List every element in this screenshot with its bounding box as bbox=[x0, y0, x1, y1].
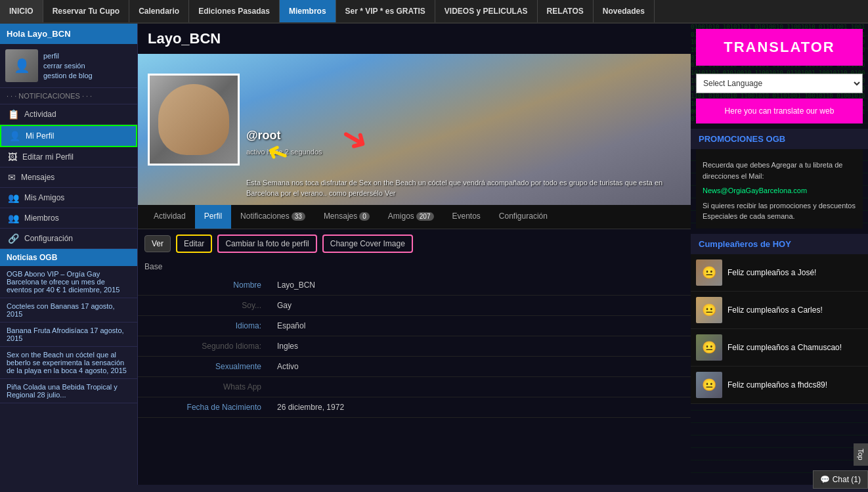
sidebar-perfil-link[interactable]: perfil bbox=[43, 52, 93, 60]
nav-novedades[interactable]: Novedades bbox=[594, 0, 655, 22]
bday-avatar-carles: 😐 bbox=[696, 297, 722, 323]
fecha-label: Fecha de Nacimiento bbox=[138, 397, 269, 418]
translator-header: TRANSLATOR bbox=[696, 29, 863, 66]
sidebar-item-label: Mi Perfil bbox=[26, 131, 54, 141]
table-row: Segundo Idioma: Ingles bbox=[138, 336, 691, 357]
sidebar-item-label: Mensajes bbox=[21, 173, 54, 182]
avatar[interactable]: 👤 bbox=[5, 49, 38, 82]
top-navigation: INICIO Reservar Tu Cupo Calendario Edici… bbox=[0, 0, 868, 24]
main-content: Layo_BCN @root activo hace 2 segundos Es… bbox=[138, 24, 691, 485]
nav-inicio[interactable]: INICIO bbox=[0, 0, 43, 22]
cover-area: @root activo hace 2 segundos Esta Semana… bbox=[138, 54, 691, 205]
soy-label: Soy... bbox=[138, 296, 269, 316]
nav-reservar[interactable]: Reservar Tu Cupo bbox=[43, 0, 129, 22]
nombre-value: Layo_BCN bbox=[269, 275, 691, 296]
nav-ediciones[interactable]: Ediciones Pasadas bbox=[189, 0, 280, 22]
sidebar-cerrar-link[interactable]: cerrar sesión bbox=[43, 62, 93, 70]
birthday-item-0[interactable]: 😐 Feliz cumpleaños a José! bbox=[691, 254, 868, 292]
sidebar-item-mensajes[interactable]: ✉ Mensajes bbox=[0, 168, 137, 188]
bday-name-fhdcs: Feliz cumpleaños a fhdcs89! bbox=[727, 380, 827, 390]
mensajes-icon: ✉ bbox=[8, 172, 16, 183]
notifications-label: · · · NOTIFICACIONES · · · bbox=[0, 88, 137, 104]
profile-data-table: Nombre Layo_BCN Soy... Gay Idioma: Españ… bbox=[138, 275, 691, 418]
idioma-label: Idioma: bbox=[138, 316, 269, 336]
news-item-0[interactable]: OGB Abono VIP – Orgía Gay Barcelona te o… bbox=[0, 266, 137, 298]
miembros-icon: 👥 bbox=[8, 213, 19, 223]
change-cover-button[interactable]: Change Cover Image bbox=[322, 235, 413, 253]
news-header: Noticias OGB bbox=[0, 249, 137, 266]
profile-description: Esta Semana nos toca disfrutar de Sex on… bbox=[246, 178, 684, 198]
nav-relatos[interactable]: RELATOS bbox=[538, 0, 594, 22]
bday-avatar-jose: 😐 bbox=[696, 259, 722, 286]
mensajes-badge: 0 bbox=[359, 212, 370, 221]
amigos-badge: 207 bbox=[416, 212, 434, 221]
sexualmente-label: Sexualmente bbox=[138, 357, 269, 377]
notificaciones-badge: 33 bbox=[292, 212, 305, 221]
nav-miembros[interactable]: Miembros bbox=[280, 0, 336, 22]
sidebar-item-actividad[interactable]: 📋 Actividad bbox=[0, 104, 137, 125]
chat-icon: 💬 bbox=[820, 475, 830, 484]
language-select[interactable]: Select Language bbox=[696, 74, 863, 93]
page-title: Layo_BCN bbox=[138, 24, 691, 54]
nav-vip[interactable]: Ser * VIP * es GRATIS bbox=[336, 0, 435, 22]
tab-perfil[interactable]: Perfil bbox=[195, 205, 231, 229]
translate-info-box: Here you can translate our web bbox=[696, 99, 863, 123]
chat-label: Chat (1) bbox=[833, 475, 861, 484]
promo-text: Recuerda que debes Agregar a tu libreta … bbox=[703, 160, 856, 181]
whatsapp-label: Whats App bbox=[138, 377, 269, 397]
birthday-item-1[interactable]: 😐 Feliz cumpleaños a Carles! bbox=[691, 292, 868, 329]
sidebar-item-configuracion[interactable]: 🔗 Configuración bbox=[0, 229, 137, 249]
tab-config[interactable]: Configuración bbox=[490, 205, 557, 229]
nav-videos[interactable]: VIDEOS y PELICULAS bbox=[435, 0, 538, 22]
sidebar-item-label: Miembros bbox=[24, 213, 59, 223]
sidebar-item-label: Actividad bbox=[24, 110, 56, 119]
soy-value: Gay bbox=[269, 296, 691, 316]
actividad-icon: 📋 bbox=[8, 109, 19, 120]
sidebar-item-label: Mis Amigos bbox=[24, 193, 64, 202]
promo-header: PROMOCIONES OGB bbox=[691, 129, 868, 149]
nombre-label: Nombre bbox=[138, 275, 269, 296]
ver-button[interactable]: Ver bbox=[144, 235, 171, 252]
news-item-4[interactable]: Piña Colada una Bebida Tropical y Region… bbox=[0, 379, 137, 403]
promo-email: News@OrgiaGayBarcelona.com bbox=[703, 185, 856, 196]
bday-name-jose: Feliz cumpleaños a José! bbox=[727, 268, 816, 277]
segundo-idioma-label: Segundo Idioma: bbox=[138, 336, 269, 357]
editar-button[interactable]: Editar bbox=[176, 235, 212, 253]
bday-name-chamuscao: Feliz cumpleaños a Chamuscao! bbox=[727, 343, 842, 352]
whatsapp-value bbox=[269, 377, 691, 397]
profile-picture-cover[interactable] bbox=[148, 74, 240, 166]
birthday-header: Cumpleañeros de HOY bbox=[691, 234, 868, 254]
sidebar-item-editar-perfil[interactable]: 🖼 Editar mi Perfil bbox=[0, 147, 137, 168]
chat-button[interactable]: 💬 Chat (1) bbox=[813, 470, 868, 485]
segundo-idioma-value: Ingles bbox=[269, 336, 691, 357]
sidebar-item-miembros[interactable]: 👥 Miembros bbox=[0, 208, 137, 229]
right-sidebar: 01001010 10101101 01010010 11001010 0110… bbox=[691, 24, 868, 485]
birthday-item-2[interactable]: 😐 Feliz cumpleaños a Chamuscao! bbox=[691, 329, 868, 367]
table-row: Soy... Gay bbox=[138, 296, 691, 316]
sidebar-item-mis-amigos[interactable]: 👥 Mis Amigos bbox=[0, 188, 137, 208]
tab-eventos[interactable]: Eventos bbox=[443, 205, 490, 229]
cambiar-foto-button[interactable]: Cambiar la foto de perfil bbox=[217, 235, 316, 253]
top-button[interactable]: Top bbox=[854, 443, 868, 466]
profile-section-base: Base bbox=[138, 258, 691, 275]
birthday-item-3[interactable]: 😐 Feliz cumpleaños a fhdcs89! bbox=[691, 367, 868, 404]
bday-avatar-fhdcs: 😐 bbox=[696, 372, 722, 398]
sidebar-greeting: Hola Layo_BCN bbox=[0, 24, 137, 44]
editar-perfil-icon: 🖼 bbox=[8, 152, 17, 162]
promo-box: Recuerda que debes Agregar a tu libreta … bbox=[696, 149, 863, 229]
mi-perfil-icon: 👤 bbox=[9, 131, 20, 141]
bday-avatar-chamuscao: 😐 bbox=[696, 334, 722, 361]
sidebar-item-mi-perfil[interactable]: 👤 Mi Perfil bbox=[0, 125, 137, 147]
news-item-2[interactable]: Banana Fruta Afrodisíaca 17 agosto, 2015 bbox=[0, 323, 137, 347]
tab-actividad[interactable]: Actividad bbox=[144, 205, 195, 229]
tab-mensajes[interactable]: Mensajes0 bbox=[315, 205, 379, 229]
tab-notificaciones[interactable]: Notificaciones33 bbox=[231, 205, 315, 229]
promo-text2: Si quieres recibir las promociones y des… bbox=[703, 200, 856, 222]
nav-calendario[interactable]: Calendario bbox=[129, 0, 189, 22]
sidebar-gestion-link[interactable]: gestion de blog bbox=[43, 72, 93, 79]
news-item-3[interactable]: Sex on the Beach un cóctel que al beberl… bbox=[0, 347, 137, 379]
news-item-1[interactable]: Cocteles con Bananas 17 agosto, 2015 bbox=[0, 298, 137, 323]
config-icon: 🔗 bbox=[8, 233, 19, 244]
bday-name-carles: Feliz cumpleaños a Carles! bbox=[727, 305, 823, 315]
tab-amigos[interactable]: Amigos207 bbox=[379, 205, 443, 229]
